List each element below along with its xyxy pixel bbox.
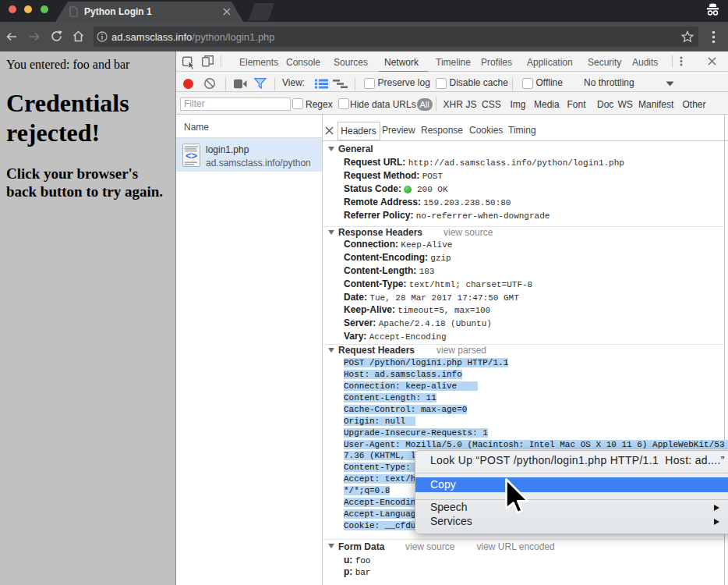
svg-text:<>: <> <box>186 150 198 161</box>
